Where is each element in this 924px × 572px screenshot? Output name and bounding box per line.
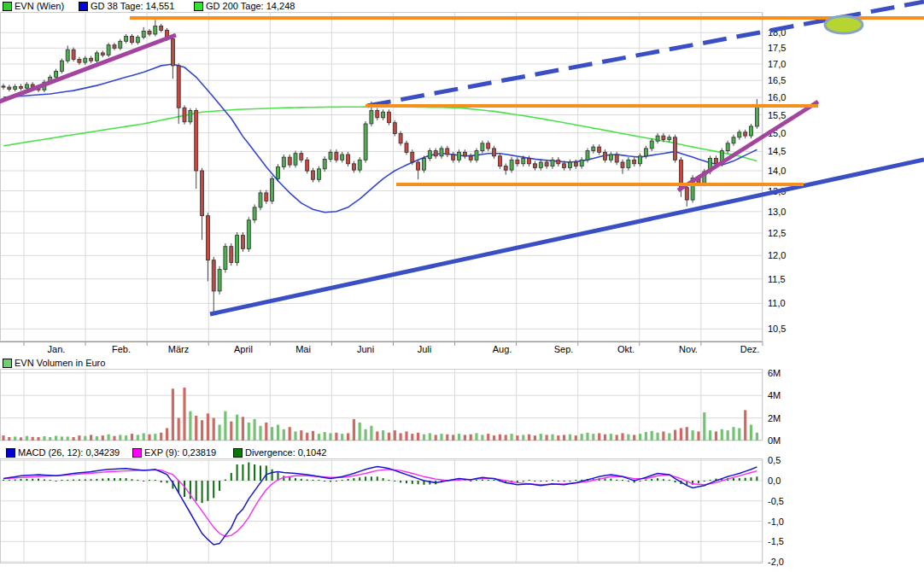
- divergence-bar: [26, 479, 27, 481]
- macd-legend: MACD (26, 12): 0,34239 EXP (9): 0,23819 …: [0, 447, 924, 458]
- volume-bar: [557, 435, 559, 441]
- candlestick: [574, 162, 577, 166]
- divergence-bar: [3, 480, 4, 481]
- candlestick: [224, 247, 227, 270]
- macd-axis-label: 0,0: [768, 476, 781, 486]
- candlestick: [580, 160, 583, 166]
- candlestick: [498, 156, 501, 166]
- month-label: Mai: [295, 344, 311, 354]
- volume-bar: [277, 425, 279, 441]
- candlestick: [358, 160, 361, 170]
- volume-bar: [703, 412, 705, 441]
- divergence-bar: [353, 478, 354, 481]
- divergence-bar: [79, 480, 80, 482]
- volume-bar: [172, 388, 174, 441]
- volume-bar: [242, 417, 244, 441]
- macd-line: [3, 466, 757, 545]
- divergence-bar: [342, 480, 343, 481]
- volume-bar: [102, 435, 104, 441]
- month-label: Dez.: [740, 344, 760, 354]
- divergence-bar: [143, 481, 144, 482]
- candlestick: [627, 160, 630, 167]
- volume-bar: [294, 431, 296, 441]
- exp-signal-line: [3, 470, 757, 537]
- volume-axis-label: 2M: [768, 413, 781, 423]
- volume-bar: [400, 433, 402, 441]
- volume-bar: [353, 419, 355, 441]
- volume-bar: [14, 436, 16, 441]
- candlestick: [411, 152, 414, 162]
- volume-axis-label: 4M: [768, 390, 781, 400]
- candlestick: [247, 220, 250, 249]
- volume-bar: [382, 430, 384, 441]
- volume-bar: [511, 434, 513, 441]
- volume-bar: [189, 411, 191, 441]
- divergence-bar: [9, 480, 10, 481]
- candlestick: [288, 157, 291, 165]
- divergence-bar: [266, 465, 267, 481]
- volume-bar: [265, 423, 267, 441]
- candlestick: [300, 154, 303, 161]
- axis-labels: 18,017,517,016,516,015,515,014,514,013,5…: [48, 27, 787, 567]
- divergence-bar: [318, 480, 319, 481]
- divergence-bar: [167, 481, 168, 483]
- volume-bar: [621, 433, 623, 441]
- candlestick: [732, 137, 735, 143]
- volume-bar: [756, 433, 758, 441]
- divergence-bar: [558, 481, 559, 482]
- candlestick: [382, 112, 385, 118]
- divergence-bar: [260, 465, 261, 481]
- price-axis-label: 17,5: [768, 43, 786, 53]
- volume-bar: [131, 434, 133, 441]
- candlestick: [598, 147, 601, 152]
- candlestick: [750, 126, 753, 136]
- divergence-bar: [704, 481, 705, 482]
- trend-purple-jan-feb: [0, 35, 176, 103]
- price-axis-label: 12,0: [768, 250, 786, 260]
- candlestick: [95, 53, 98, 61]
- candlestick: [755, 105, 758, 126]
- volume-bar: [32, 437, 34, 441]
- volume-bar: [8, 437, 10, 441]
- volume-bar: [551, 435, 553, 441]
- candlestick: [452, 155, 455, 160]
- volume-bar: [534, 435, 536, 441]
- candlestick: [206, 216, 209, 260]
- candlestick: [656, 136, 659, 141]
- divergence-bar: [161, 481, 162, 482]
- gd38-series-label: GD 38 Tage: 14,551: [91, 1, 174, 12]
- price-axis-label: 10,5: [768, 324, 786, 334]
- divergence-bar: [225, 480, 226, 481]
- candlestick: [563, 164, 566, 168]
- divergence-bar: [534, 481, 535, 482]
- macd-axis-label: -1,0: [768, 517, 784, 527]
- candlestick: [271, 178, 274, 201]
- candlestick: [493, 149, 496, 156]
- volume-bar: [329, 433, 331, 441]
- divergence-bar: [616, 480, 617, 481]
- candlestick: [633, 160, 636, 164]
- volume-bar: [166, 429, 168, 441]
- candlestick: [650, 141, 653, 149]
- divergence-bar: [482, 480, 483, 481]
- volume-bar: [516, 435, 518, 441]
- volume-bar: [37, 437, 39, 441]
- volume-bar: [108, 435, 110, 441]
- candlestick: [434, 151, 437, 156]
- divergence-bar: [675, 481, 676, 482]
- divergence-bar: [73, 480, 74, 481]
- gd38-series-swatch: [79, 2, 88, 11]
- volume-bar: [592, 434, 594, 441]
- divergence-bar: [733, 478, 734, 481]
- macd-series-label: MACD (26, 12): 0,34239: [18, 447, 120, 458]
- candlestick: [66, 50, 69, 61]
- candlestick: [329, 152, 332, 159]
- volume-bar: [470, 435, 472, 441]
- candlestick: [335, 152, 338, 160]
- candlestick: [545, 162, 548, 166]
- candlestick: [487, 143, 490, 149]
- highlight-ellipse: [825, 16, 863, 33]
- candlestick: [417, 162, 420, 170]
- divergence-bar: [96, 479, 97, 481]
- divergence-bar: [628, 481, 629, 482]
